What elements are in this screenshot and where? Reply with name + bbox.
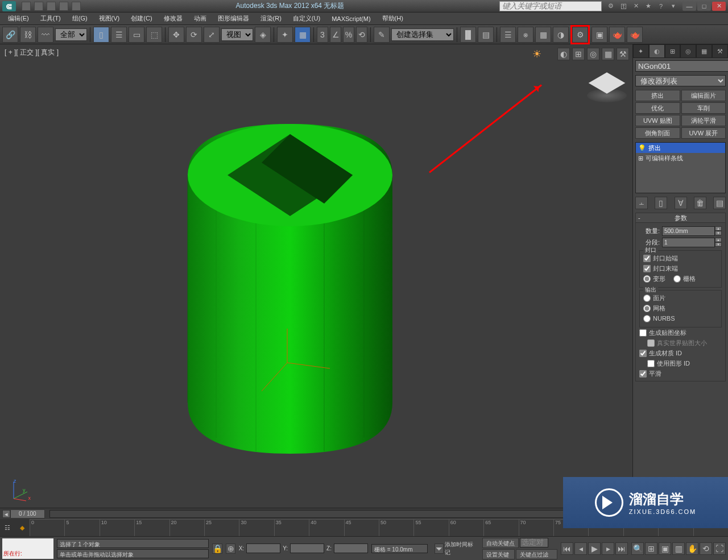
close-button[interactable]: ✕ bbox=[712, 2, 726, 11]
btn-turbosmooth[interactable]: 涡轮平滑 bbox=[681, 115, 726, 126]
stack-item-extrude[interactable]: 💡挤出 bbox=[636, 143, 725, 153]
render-prod-icon[interactable]: 🫖 bbox=[627, 27, 643, 43]
menu-edit[interactable]: 编辑(E) bbox=[2, 14, 35, 23]
next-frame-icon[interactable]: ▸ bbox=[602, 542, 614, 555]
layers-icon[interactable]: ☰ bbox=[500, 27, 516, 43]
vp-tree-icon[interactable]: ⊞ bbox=[572, 48, 585, 60]
viewport[interactable]: [ + ][ 正交 ][ 真实 ] ☀ ◐ ⊞ ◎ ▦ ⚒ bbox=[0, 44, 632, 508]
tab-display-icon[interactable]: ▦ bbox=[696, 44, 712, 58]
modifier-stack[interactable]: 💡挤出 ⊞可编辑样条线 bbox=[635, 142, 726, 193]
undo-icon[interactable] bbox=[59, 2, 68, 11]
link-icon[interactable]: 🔗 bbox=[2, 27, 18, 43]
bind-icon[interactable]: 〰 bbox=[38, 27, 53, 43]
grid-radio[interactable] bbox=[673, 275, 681, 283]
addtime-label[interactable]: 添加时间标记 bbox=[445, 541, 475, 557]
slider-prev[interactable]: ◂ bbox=[2, 510, 10, 518]
cap-start-check[interactable] bbox=[643, 255, 651, 262]
viewport-label[interactable]: [ + ][ 正交 ][ 真实 ] bbox=[5, 48, 59, 57]
pivot-icon[interactable]: ◈ bbox=[255, 27, 271, 43]
zoom-icon[interactable]: 🔍 bbox=[631, 542, 644, 555]
trackbar-toggle-icon[interactable]: ☷ bbox=[0, 519, 15, 536]
menu-modifiers[interactable]: 修改器 bbox=[158, 14, 188, 23]
named-sel-select[interactable]: 创建选择集 bbox=[391, 28, 454, 41]
render-setup-icon[interactable]: ⚙ bbox=[572, 27, 588, 43]
menu-create[interactable]: 创建(C) bbox=[125, 14, 158, 23]
pin-stack-icon[interactable]: ⫠ bbox=[635, 197, 648, 209]
vp-shade-icon[interactable]: ◐ bbox=[557, 48, 570, 60]
keyboard-shortcut-icon[interactable]: ▦ bbox=[295, 27, 311, 43]
app-menu-icon[interactable]: ⋐ bbox=[2, 1, 16, 11]
help-search-input[interactable] bbox=[499, 1, 602, 11]
vp-hammer-icon[interactable]: ⚒ bbox=[617, 48, 629, 60]
btn-extrude[interactable]: 挤出 bbox=[635, 90, 680, 101]
x-input[interactable] bbox=[246, 544, 280, 553]
tab-create-icon[interactable]: ✦ bbox=[633, 44, 649, 58]
viewcube[interactable] bbox=[587, 67, 627, 107]
maxview-icon[interactable]: ⛶ bbox=[713, 542, 726, 555]
tab-motion-icon[interactable]: ◎ bbox=[680, 44, 696, 58]
btn-uvwunwrap[interactable]: UVW 展开 bbox=[681, 127, 726, 139]
window-crossing-icon[interactable]: ⬚ bbox=[146, 27, 162, 43]
btn-editpatch[interactable]: 编辑面片 bbox=[681, 90, 726, 101]
scale-icon[interactable]: ⤢ bbox=[204, 27, 220, 43]
show-end-icon[interactable]: ▯ bbox=[655, 197, 667, 209]
ref-coord-select[interactable]: 视图 bbox=[221, 28, 253, 41]
snap-3-icon[interactable]: 3 bbox=[317, 27, 328, 43]
gen-uv-check[interactable] bbox=[639, 329, 647, 337]
open-icon[interactable] bbox=[34, 2, 43, 11]
orbit-icon[interactable]: ⟲ bbox=[700, 542, 712, 555]
redo-icon[interactable] bbox=[72, 2, 81, 11]
play-icon[interactable]: ▶ bbox=[588, 542, 601, 555]
patch-radio[interactable] bbox=[643, 294, 651, 302]
tab-modify-icon[interactable]: ◐ bbox=[649, 44, 665, 58]
menu-help[interactable]: 帮助(H) bbox=[377, 14, 409, 23]
menu-tools[interactable]: 工具(T) bbox=[35, 14, 67, 23]
morph-radio[interactable] bbox=[643, 275, 651, 283]
manipulate-icon[interactable]: ✦ bbox=[277, 27, 293, 43]
render-frame-icon[interactable]: ▣ bbox=[592, 27, 607, 43]
save-icon[interactable] bbox=[47, 2, 56, 11]
move-icon[interactable]: ✥ bbox=[168, 27, 184, 43]
selection-filter-select[interactable]: 全部 bbox=[55, 28, 87, 41]
edit-named-sel-icon[interactable]: ✎ bbox=[374, 27, 390, 43]
time-tag-icon[interactable]: ⏷ bbox=[435, 544, 444, 554]
object-name-input[interactable] bbox=[635, 60, 728, 72]
binoculars-icon[interactable]: ⚙ bbox=[606, 2, 615, 11]
spinner-snap-icon[interactable]: ⟲ bbox=[356, 27, 367, 43]
gen-matid-check[interactable] bbox=[639, 350, 647, 357]
rotate-icon[interactable]: ⟳ bbox=[186, 27, 202, 43]
trackbar-key-icon[interactable]: ◆ bbox=[15, 519, 30, 536]
dropdown-icon[interactable]: ▾ bbox=[669, 2, 678, 11]
nurbs-radio[interactable] bbox=[643, 315, 651, 322]
maximize-button[interactable]: □ bbox=[697, 2, 711, 11]
select-name-icon[interactable]: ☰ bbox=[111, 27, 127, 43]
prev-frame-icon[interactable]: ◂ bbox=[574, 542, 587, 555]
segments-spinner[interactable]: ▲▼ bbox=[715, 238, 722, 247]
cap-end-check[interactable] bbox=[643, 265, 651, 272]
z-input[interactable] bbox=[334, 544, 368, 553]
menu-grapheditors[interactable]: 图形编辑器 bbox=[212, 14, 255, 23]
rollout-header[interactable]: -参数 bbox=[635, 213, 726, 223]
scene-object[interactable] bbox=[159, 90, 415, 476]
vp-globe-icon[interactable]: ◎ bbox=[587, 48, 599, 60]
exchange-icon[interactable]: ✕ bbox=[631, 2, 640, 11]
minimize-button[interactable]: ― bbox=[682, 2, 696, 11]
configure-icon[interactable]: ▤ bbox=[713, 197, 726, 209]
sun-icon[interactable]: ☀ bbox=[532, 48, 541, 60]
vp-safe-icon[interactable]: ▦ bbox=[602, 48, 614, 60]
btn-optimize[interactable]: 优化 bbox=[635, 102, 680, 114]
zoom-all-icon[interactable]: ⊞ bbox=[645, 542, 657, 555]
autokey-button[interactable]: 自动关键点 bbox=[482, 538, 519, 548]
maxscript-listener[interactable]: 所在行: bbox=[2, 538, 53, 559]
amount-spinner[interactable]: ▲▼ bbox=[715, 226, 722, 236]
menu-group[interactable]: 组(G) bbox=[67, 14, 93, 23]
menu-render[interactable]: 渲染(R) bbox=[255, 14, 287, 23]
goto-end-icon[interactable]: ⏭ bbox=[615, 542, 628, 555]
menu-customize[interactable]: 自定义(U) bbox=[287, 14, 326, 23]
stack-item-spline[interactable]: ⊞可编辑样条线 bbox=[636, 153, 725, 163]
btn-uvwmap[interactable]: UVW 贴图 bbox=[635, 115, 680, 126]
curve-editor-icon[interactable]: ⎈ bbox=[518, 27, 533, 43]
coord-mode-icon[interactable]: ⊕ bbox=[226, 544, 235, 554]
mesh-radio[interactable] bbox=[643, 305, 651, 312]
segments-input[interactable] bbox=[662, 238, 715, 247]
